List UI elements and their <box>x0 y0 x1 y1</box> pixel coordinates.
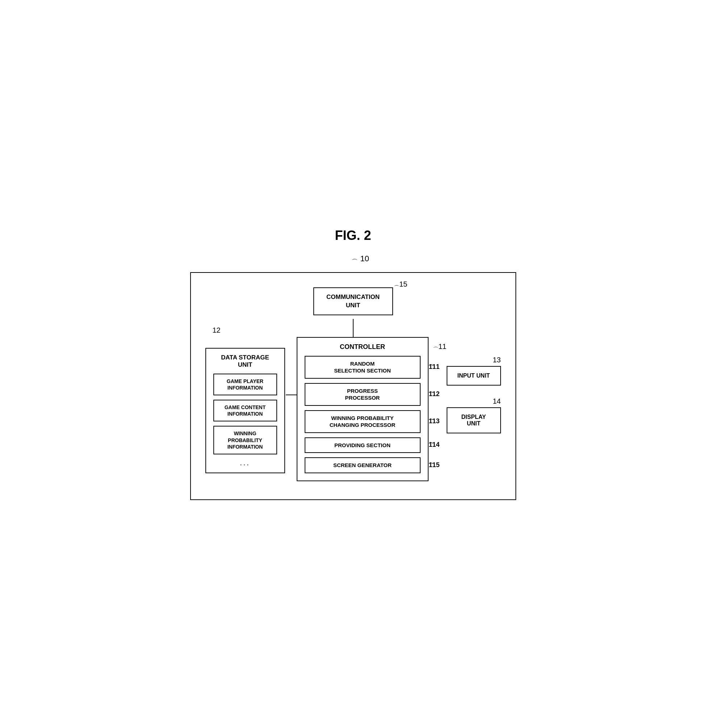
comm-unit-wrapper: COMMUNICATION UNIT 15 ⌒ <box>205 287 501 315</box>
providing-section-text: PROVIDING SECTION <box>334 442 390 448</box>
bracket-10: ⌒ <box>351 258 358 266</box>
bracket-113: ⌒ <box>429 418 434 425</box>
game-content-info-text: GAME CONTENT INFORMATION <box>225 404 266 417</box>
data-storage-wrapper: 12 DATA STORAGE UNIT GAME PLAYER INFORMA… <box>205 337 285 473</box>
winning-prob-section: WINNING PROBABILITY CHANGING PROCESSOR 1… <box>305 410 420 433</box>
comm-unit-box: COMMUNICATION UNIT <box>313 287 393 315</box>
random-selection-section: RANDOM SELECTION SECTION 111 ⌒ <box>305 356 420 379</box>
outer-box: COMMUNICATION UNIT 15 ⌒ 12 DATA STORAGE … <box>190 272 516 500</box>
vert-line-comm <box>353 319 354 337</box>
input-unit-text: INPUT UNIT <box>458 373 490 379</box>
label-13: 13 <box>493 356 501 364</box>
controller-box: CONTROLLER RANDOM SELECTION SECTION 111 … <box>297 337 429 481</box>
label-11: 11 <box>438 342 446 351</box>
controller-wrapper: 11 ⌒ CONTROLLER RANDOM SELECTION SECTION… <box>297 337 429 481</box>
winning-prob-info-box: WINNING PROBABILITY INFORMATION <box>213 426 277 454</box>
label-10: 10 <box>360 254 369 263</box>
bracket-15: ⌒ <box>394 285 400 292</box>
game-content-info-box: GAME CONTENT INFORMATION <box>213 400 277 422</box>
input-unit-wrapper: 13 INPUT UNIT <box>447 366 501 386</box>
bracket-114: ⌒ <box>429 442 434 448</box>
progress-processor-text: PROGRESS PROCESSOR <box>345 388 380 401</box>
bracket-112: ⌒ <box>429 391 434 397</box>
bracket-115: ⌒ <box>429 462 434 468</box>
display-unit-text: DISPLAY UNIT <box>462 414 486 426</box>
main-row: 12 DATA STORAGE UNIT GAME PLAYER INFORMA… <box>205 337 501 481</box>
figure-title: FIG. 2 <box>190 228 516 243</box>
display-unit-box: DISPLAY UNIT <box>447 407 501 433</box>
label-12: 12 <box>213 326 221 334</box>
label-15: 15 <box>399 280 407 289</box>
right-column: 13 INPUT UNIT 14 DISPLAY UNIT <box>447 337 501 433</box>
screen-generator-text: SCREEN GENERATOR <box>333 462 391 468</box>
diagram-container: FIG. 2 10 ⌒ COMMUNICATION UNIT 15 ⌒ <box>190 228 516 500</box>
display-unit-wrapper: 14 DISPLAY UNIT <box>447 407 501 433</box>
random-selection-text: RANDOM SELECTION SECTION <box>334 361 391 374</box>
input-unit-box: INPUT UNIT <box>447 366 501 386</box>
winning-prob-text: WINNING PROBABILITY CHANGING PROCESSOR <box>330 415 396 428</box>
game-player-info-box: GAME PLAYER INFORMATION <box>213 374 277 395</box>
data-storage-box: DATA STORAGE UNIT GAME PLAYER INFORMATIO… <box>205 348 285 473</box>
data-storage-title: DATA STORAGE UNIT <box>213 354 277 368</box>
comm-unit-text: COMMUNICATION UNIT <box>326 293 380 308</box>
providing-section: PROVIDING SECTION 114 ⌒ <box>305 438 420 453</box>
bracket-11: ⌒ <box>433 346 439 354</box>
progress-processor-section: PROGRESS PROCESSOR 112 ⌒ <box>305 383 420 406</box>
screen-generator-section: SCREEN GENERATOR 115 ⌒ <box>305 457 420 473</box>
bracket-111: ⌒ <box>429 364 434 370</box>
ellipsis: ... <box>213 459 277 467</box>
controller-title: CONTROLLER <box>305 343 420 351</box>
winning-prob-info-text: WINNING PROBABILITY INFORMATION <box>228 430 263 449</box>
label-14: 14 <box>493 397 501 406</box>
game-player-info-text: GAME PLAYER INFORMATION <box>227 378 263 391</box>
